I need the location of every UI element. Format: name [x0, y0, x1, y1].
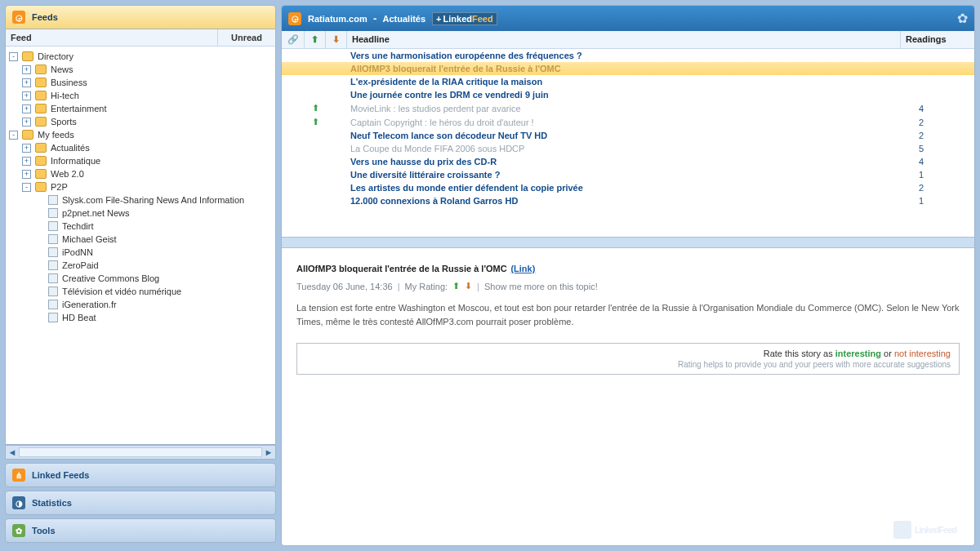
expand-icon[interactable]: +	[22, 65, 31, 74]
expand-icon[interactable]: +	[22, 78, 31, 87]
headline-link[interactable]: Vers une hausse du prix des CD-R	[350, 157, 497, 167]
article-row[interactable]: ⬆MovieLink : les studios perdent par ava…	[282, 101, 974, 115]
tree-folder[interactable]: +News	[9, 63, 272, 76]
folder-icon	[35, 104, 47, 113]
tree-folder[interactable]: +Sports	[9, 115, 272, 128]
tree-label: iGeneration.fr	[62, 300, 117, 309]
scroll-left-icon[interactable]: ◄	[6, 447, 19, 457]
headline-link[interactable]: Une journée contre les DRM ce vendredi 9…	[350, 90, 549, 100]
tree-feed[interactable]: Slysk.com File-Sharing News And Informat…	[9, 193, 272, 207]
thumb-up-icon: ⬆	[312, 117, 319, 127]
tools-panel[interactable]: ✿ Tools	[5, 518, 276, 543]
folder-icon	[35, 143, 47, 153]
headline-link[interactable]: Neuf Telecom lance son décodeur Neuf TV …	[350, 131, 547, 140]
tree-folder[interactable]: +Hi-tech	[9, 89, 272, 102]
article-link[interactable]: (Link)	[510, 264, 535, 273]
tree-folder[interactable]: +Actualités	[9, 141, 272, 154]
article-row[interactable]: L'ex-présidente de la RIAA critique la m…	[282, 75, 974, 88]
article-row[interactable]: AllOfMP3 bloquerait l'entrée de la Russi…	[282, 62, 974, 75]
article-list[interactable]: Vers une harmonisation européenne des fr…	[282, 49, 974, 237]
folder-icon	[35, 182, 47, 192]
expand-icon[interactable]: +	[22, 170, 31, 179]
tree-feed[interactable]: Techdirt	[9, 220, 272, 233]
tree-feed[interactable]: Télévision et vidéo numérique	[9, 285, 272, 298]
tree-feed[interactable]: HD Beat	[9, 311, 272, 324]
readings-count: 5	[914, 144, 974, 153]
article-row[interactable]: Neuf Telecom lance son décodeur Neuf TV …	[282, 129, 974, 142]
thumb-up-icon[interactable]: ⬆	[452, 281, 460, 291]
expand-icon[interactable]: +	[22, 157, 31, 166]
tree-label: Hi-tech	[51, 91, 79, 100]
col-headline[interactable]: Headline	[347, 31, 901, 48]
tree-label: Télévision et vidéo numérique	[62, 287, 181, 296]
article-row[interactable]: Une journée contre les DRM ce vendredi 9…	[282, 88, 974, 101]
expand-icon[interactable]: +	[22, 104, 31, 113]
linkedfeed-badge[interactable]: + LinkedFeed	[432, 12, 497, 25]
col-unread[interactable]: Unread	[218, 29, 275, 46]
statistics-label: Statistics	[32, 498, 72, 508]
splitter[interactable]	[282, 237, 974, 248]
statistics-panel[interactable]: ◑ Statistics	[5, 491, 276, 515]
rate-interesting[interactable]: interesting	[835, 349, 881, 358]
tree-feed[interactable]: Michael Geist	[9, 233, 272, 246]
scroll-right-icon[interactable]: ►	[262, 447, 275, 457]
tree-feed[interactable]: Creative Commons Blog	[9, 272, 272, 285]
feed-icon	[48, 300, 58, 309]
collapse-icon[interactable]: -	[9, 131, 18, 140]
collapse-icon[interactable]: -	[22, 183, 31, 192]
expand-icon[interactable]: +	[22, 118, 31, 127]
linked-feeds-panel[interactable]: ⋔ Linked Feeds	[5, 463, 276, 487]
gear-icon[interactable]: ✿	[957, 11, 968, 26]
tree-folder[interactable]: +Business	[9, 76, 272, 89]
tree-folder[interactable]: -P2P	[9, 180, 272, 193]
tree-feed[interactable]: ZeroPaid	[9, 259, 272, 272]
tree-folder[interactable]: +Web 2.0	[9, 167, 272, 180]
feed-icon	[48, 208, 58, 218]
rate-not-interesting[interactable]: not interesting	[894, 349, 951, 358]
tree-feed[interactable]: iGeneration.fr	[9, 298, 272, 311]
tree-feed[interactable]: iPodNN	[9, 246, 272, 259]
sidebar: ◶ Feeds Feed Unread -Directory+News+Busi…	[5, 5, 276, 546]
tree-label: Actualités	[51, 143, 90, 153]
col-link-icon[interactable]: 🔗	[282, 31, 305, 48]
article-meta: Tuesday 06 June, 14:36 | My Rating: ⬆ ⬇ …	[296, 281, 960, 291]
col-thumbs-up-icon[interactable]: ⬆	[305, 31, 326, 48]
col-readings[interactable]: Readings	[901, 31, 974, 48]
article-row[interactable]: Les artistes du monde entier défendent l…	[282, 181, 974, 194]
headline-link[interactable]: Une diversité littéraire croissante ?	[350, 170, 500, 180]
tree-folder[interactable]: +Entertainment	[9, 102, 272, 115]
article-row[interactable]: Vers une harmonisation européenne des fr…	[282, 49, 974, 62]
col-thumbs-down-icon[interactable]: ⬇	[326, 31, 347, 48]
article-row[interactable]: La Coupe du Monde FIFA 2006 sous HDCP5	[282, 142, 974, 155]
feeds-panel-header[interactable]: ◶ Feeds	[5, 5, 276, 29]
linked-icon: ⋔	[12, 469, 25, 482]
feed-icon	[48, 313, 58, 322]
collapse-icon[interactable]: -	[9, 52, 18, 61]
show-more-link[interactable]: Show me more on this topic!	[484, 282, 598, 291]
tree-folder[interactable]: +Informatique	[9, 154, 272, 167]
tree-label: Directory	[38, 51, 74, 61]
headline-link[interactable]: MovieLink : les studios perdent par avar…	[350, 104, 521, 113]
headline-link[interactable]: Vers une harmonisation européenne des fr…	[350, 51, 582, 60]
headline-link[interactable]: Les artistes du monde entier défendent l…	[350, 183, 583, 193]
tree-folder[interactable]: -Directory	[9, 50, 272, 63]
headline-link[interactable]: 12.000 connexions à Roland Garros HD	[350, 196, 518, 206]
headline-link[interactable]: La Coupe du Monde FIFA 2006 sous HDCP	[350, 144, 524, 153]
headline-link[interactable]: L'ex-présidente de la RIAA critique la m…	[350, 77, 542, 87]
scroll-track[interactable]	[19, 447, 262, 457]
folder-icon	[35, 64, 47, 74]
expand-icon[interactable]: +	[22, 144, 31, 153]
tree-folder[interactable]: -My feeds	[9, 128, 272, 141]
tree-feed[interactable]: p2pnet.net News	[9, 207, 272, 220]
thumb-down-icon[interactable]: ⬇	[465, 281, 472, 291]
col-feed[interactable]: Feed	[6, 29, 218, 46]
headline-link[interactable]: Captain Copyright : le héros du droit d'…	[350, 118, 534, 127]
article-row[interactable]: Une diversité littéraire croissante ?1	[282, 168, 974, 181]
tree-hscroll[interactable]: ◄ ►	[5, 445, 276, 460]
article-row[interactable]: Vers une hausse du prix des CD-R4	[282, 155, 974, 168]
article-row[interactable]: 12.000 connexions à Roland Garros HD1	[282, 194, 974, 207]
expand-icon[interactable]: +	[22, 91, 31, 100]
watermark: LinkedFeed	[893, 521, 956, 539]
article-row[interactable]: ⬆Captain Copyright : le héros du droit d…	[282, 115, 974, 129]
headline-link[interactable]: AllOfMP3 bloquerait l'entrée de la Russi…	[350, 64, 561, 73]
